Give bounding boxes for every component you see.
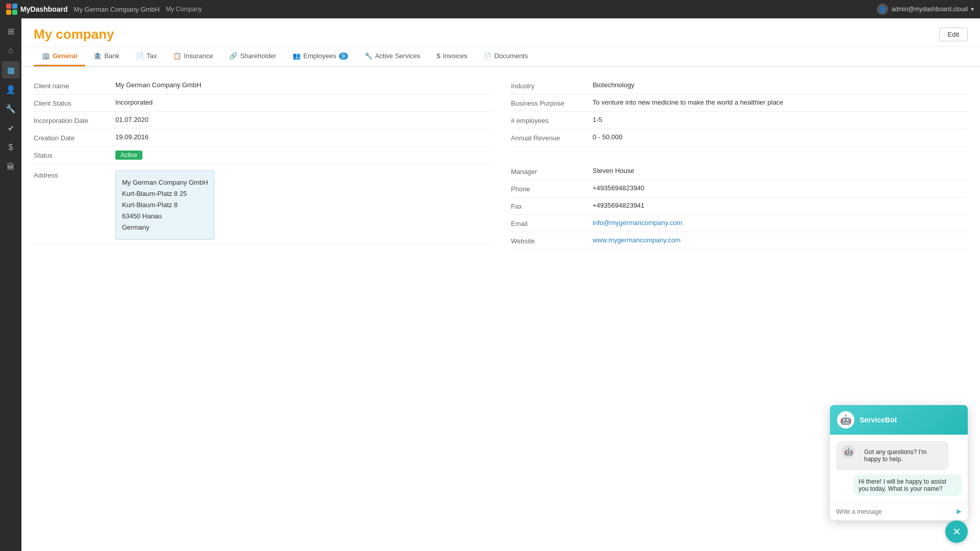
field-incorporation-date: Incorporation Date 01.07.2020	[34, 112, 491, 129]
field-email: Email info@mygermancompany.com	[511, 215, 968, 232]
chat-bot-avatar: 🤖	[837, 411, 854, 429]
address-label: Address	[34, 170, 115, 179]
sidebar-icon-apps[interactable]: ⊞	[2, 22, 19, 40]
field-phone: Phone +4935694823940	[511, 180, 968, 197]
documents-tab-label: Documents	[494, 52, 528, 60]
fax-value: +4935694823941	[593, 202, 968, 209]
chat-input-area: ➤	[830, 502, 968, 520]
user-info[interactable]: 👤 admin@mydashboard.cloud ▾	[877, 4, 974, 15]
page-title: My company	[34, 27, 114, 42]
employees-count-value: 1-5	[593, 116, 968, 123]
website-value[interactable]: www.mygermancompany.com	[593, 236, 680, 244]
breadcrumb-link[interactable]: My Company	[166, 6, 202, 13]
sidebar-icon-dollar[interactable]: $	[2, 139, 19, 156]
sidebar-icon-tools[interactable]: 🔧	[2, 100, 19, 117]
tab-documents[interactable]: 📄 Documents	[475, 47, 536, 66]
field-status: Status Active	[34, 146, 491, 164]
client-status-value: Incorporated	[115, 98, 491, 106]
client-name-label: Client name	[34, 81, 115, 90]
industry-label: Industry	[511, 81, 593, 90]
invoices-tab-icon: $	[437, 52, 440, 60]
sidebar-icon-person[interactable]: 👤	[2, 81, 19, 98]
status-badge: Active	[115, 151, 142, 160]
left-column: Client name My German Company GmbH Clien…	[34, 77, 491, 249]
tab-tax[interactable]: 📄 Tax	[128, 47, 165, 66]
bank-tab-label: Bank	[104, 52, 119, 60]
page-header: My company Edit	[21, 18, 980, 47]
general-tab-label: General	[53, 52, 77, 60]
employees-tab-label: Employees	[303, 52, 336, 60]
shareholder-tab-icon: 🔗	[229, 52, 237, 60]
general-tab-icon: 🏢	[42, 52, 50, 60]
creation-date-label: Creation Date	[34, 133, 115, 142]
sidebar-icon-building[interactable]: 🏛	[2, 158, 19, 176]
tab-employees[interactable]: 👥 Employees 9	[284, 47, 356, 66]
address-line1: My German Company GmbH	[122, 177, 208, 188]
documents-tab-icon: 📄	[483, 52, 492, 60]
company-name: My German Company GmbH	[74, 6, 160, 13]
chat-response-bubble: Hi there! I will be happy to assist you …	[853, 474, 962, 496]
top-navbar: MyDashboard My German Company GmbH My Co…	[0, 0, 980, 18]
creation-date-value: 19.09.2016	[115, 133, 491, 141]
field-employees-count: # employees 1-5	[511, 112, 968, 129]
tabs-bar: 🏢 General 🏦 Bank 📄 Tax 📋 Insurance 🔗 Sha…	[21, 47, 980, 67]
tab-bank[interactable]: 🏦 Bank	[85, 47, 128, 66]
invoices-tab-label: Invoices	[443, 52, 468, 60]
annual-revenue-label: Annual Revenue	[511, 133, 593, 142]
field-client-status: Client Status Incorporated	[34, 94, 491, 112]
manager-label: Manager	[511, 167, 593, 176]
field-business-purpose: Business Purpose To venture into new med…	[511, 94, 968, 112]
field-website: Website www.mygermancompany.com	[511, 232, 968, 249]
field-fax: Fax +4935694823941	[511, 197, 968, 215]
edit-button[interactable]: Edit	[939, 28, 968, 41]
address-line5: Germany	[122, 222, 208, 233]
user-email: admin@mydashboard.cloud	[891, 6, 968, 13]
incorporation-date-value: 01.07.2020	[115, 116, 491, 123]
brand-name: MyDashboard	[20, 5, 68, 13]
right-column: Industry Biotechnology Business Purpose …	[511, 77, 968, 249]
employees-count-label: # employees	[511, 116, 593, 124]
insurance-tab-label: Insurance	[184, 52, 213, 60]
sidebar-icon-dashboard[interactable]: ▦	[2, 61, 19, 79]
chat-title: ServiceBot	[860, 416, 897, 424]
address-box: My German Company GmbH Kurt-Blaum-Platz …	[115, 170, 214, 240]
sidebar-icon-home[interactable]: ⌂	[2, 42, 19, 59]
active-services-tab-icon: 🔧	[364, 52, 373, 60]
logo-area[interactable]: MyDashboard	[6, 4, 68, 15]
tab-insurance[interactable]: 📋 Insurance	[165, 47, 221, 66]
tab-shareholder[interactable]: 🔗 Shareholder	[221, 47, 284, 66]
chat-header: 🤖 ServiceBot	[830, 405, 968, 435]
website-label: Website	[511, 236, 593, 245]
sidebar-icon-check[interactable]: ✔	[2, 119, 19, 137]
fax-label: Fax	[511, 202, 593, 210]
insurance-tab-icon: 📋	[173, 52, 181, 60]
employees-badge: 9	[339, 53, 348, 60]
incorporation-date-label: Incorporation Date	[34, 116, 115, 124]
tab-active-services[interactable]: 🔧 Active Services	[356, 47, 429, 66]
industry-value: Biotechnology	[593, 81, 968, 89]
chat-greeting-bubble: Got any questions? I'm happy to help.	[859, 445, 943, 466]
field-annual-revenue: Annual Revenue 0 - 50.000	[511, 129, 968, 146]
email-value[interactable]: info@mygermancompany.com	[593, 219, 682, 227]
tax-tab-label: Tax	[146, 52, 157, 60]
status-label: Status	[34, 151, 115, 159]
bot-avatar-small: 🤖	[842, 445, 855, 458]
active-services-tab-label: Active Services	[375, 52, 421, 60]
spacer	[511, 146, 968, 163]
tab-general[interactable]: 🏢 General	[34, 47, 85, 66]
phone-value: +4935694823940	[593, 184, 968, 192]
bank-tab-icon: 🏦	[93, 52, 102, 60]
business-purpose-value: To venture into new medicine to make the…	[593, 98, 968, 106]
user-chevron: ▾	[971, 6, 974, 13]
address-line2: Kurt-Blaum-Platz 8 25	[122, 188, 208, 199]
chat-toggle-button[interactable]: ✕	[945, 520, 968, 543]
send-icon[interactable]: ➤	[955, 507, 962, 516]
field-manager: Manager Steven House	[511, 163, 968, 180]
tab-invoices[interactable]: $ Invoices	[429, 47, 476, 66]
field-creation-date: Creation Date 19.09.2016	[34, 129, 491, 146]
annual-revenue-value: 0 - 50.000	[593, 133, 968, 141]
field-client-name: Client name My German Company GmbH	[34, 77, 491, 94]
left-sidebar: ⊞ ⌂ ▦ 👤 🔧 ✔ $ 🏛	[0, 18, 21, 551]
chat-widget: 🤖 ServiceBot 🤖 Got any questions? I'm ha…	[830, 405, 968, 520]
chat-input[interactable]	[836, 508, 951, 515]
